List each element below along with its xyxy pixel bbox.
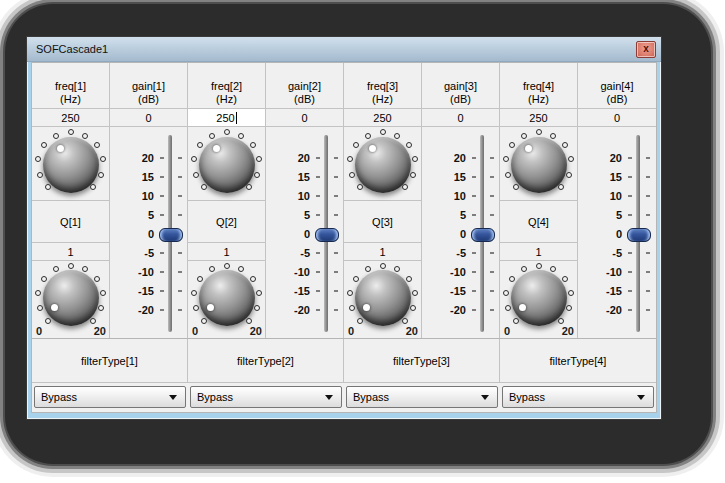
tick-dash <box>628 214 632 216</box>
gain-tick-label: -20 <box>428 304 466 316</box>
filter-type-label-cell: filterType[1] <box>32 339 188 383</box>
tick-dash <box>490 195 494 197</box>
tick-dash <box>334 157 338 159</box>
gain-tick-label: 15 <box>116 171 154 183</box>
gain-tick-row: -5 <box>266 247 344 259</box>
q-value-field[interactable]: 1 <box>32 243 109 261</box>
gain-value-field[interactable]: 0 <box>110 109 187 127</box>
filter-type-dropdown[interactable]: Bypass <box>190 386 342 408</box>
freq-knob[interactable] <box>504 130 574 200</box>
filter-type-dropdown[interactable]: Bypass <box>502 386 654 408</box>
gain-slider-cell: 20151050-5-10-15-20 <box>110 127 187 338</box>
freq-value-field[interactable]: 250 <box>344 109 421 127</box>
knob-tick-mark <box>37 305 43 311</box>
knob-tick-mark <box>505 305 511 311</box>
gain-slider-thumb[interactable] <box>627 228 651 242</box>
q-label-cell: Q[4] <box>500 201 577 243</box>
gain-tick-label: 5 <box>428 209 466 221</box>
knob-tick-mark <box>100 290 106 296</box>
dropdown-slot: Bypass <box>188 383 344 412</box>
knob-tick-mark <box>365 133 371 139</box>
q-label-cell: Q[3] <box>344 201 421 243</box>
knob-tick-mark <box>357 184 363 190</box>
q-knob[interactable] <box>504 263 574 333</box>
tick-dash <box>316 176 320 178</box>
knob-tick-mark <box>412 156 418 162</box>
gain-tick-label: -15 <box>584 285 622 297</box>
gain-tick-label: 15 <box>584 171 622 183</box>
freq-value-field[interactable]: 250 <box>188 109 265 127</box>
q-label: Q[3] <box>372 216 393 228</box>
tick-dash <box>334 214 338 216</box>
gain-header-unit: (dB) <box>294 93 315 106</box>
q-knob[interactable] <box>192 263 262 333</box>
tick-dash <box>316 252 320 254</box>
gain-tick-label: 20 <box>272 152 310 164</box>
gain-tick-row: -15 <box>266 285 344 297</box>
knob-tick-mark <box>380 129 386 135</box>
knob-tick-mark <box>45 318 51 324</box>
q-knob[interactable] <box>348 263 418 333</box>
knob-tick-mark <box>503 290 509 296</box>
tick-dash <box>160 290 164 292</box>
chevron-down-icon <box>169 395 177 400</box>
gain-tick-label: 0 <box>116 228 154 240</box>
freq-column-3: freq[3] (Hz) 250 <box>344 63 422 338</box>
knob-tick-mark <box>201 318 207 324</box>
freq-value: 250 <box>373 112 391 124</box>
q-knob[interactable] <box>36 263 106 333</box>
gain-value-field[interactable]: 0 <box>578 109 656 127</box>
gain-value-field[interactable]: 0 <box>422 109 499 127</box>
q-range-min: 0 <box>348 325 354 337</box>
tick-dash <box>646 176 650 178</box>
freq-knob[interactable] <box>348 130 418 200</box>
q-range-max: 20 <box>562 325 574 337</box>
tick-dash <box>490 214 494 216</box>
chevron-down-icon <box>481 395 489 400</box>
tick-dash <box>334 309 338 311</box>
filter-type-value: Bypass <box>35 391 169 403</box>
freq-value-field[interactable]: 250 <box>500 109 577 127</box>
freq-knob[interactable] <box>192 130 262 200</box>
knob-tick-mark <box>509 276 515 282</box>
q-value-field[interactable]: 1 <box>344 243 421 261</box>
freq-header-label: freq[3] <box>367 80 398 93</box>
tick-dash <box>472 176 476 178</box>
q-value-field[interactable]: 1 <box>500 243 577 261</box>
knob-tick-mark <box>68 129 74 135</box>
knob-tick-mark <box>406 142 412 148</box>
knob-tick-mark <box>90 318 96 324</box>
knob-tick-mark <box>191 156 197 162</box>
knob-tick-mark <box>246 184 252 190</box>
freq-knob[interactable] <box>36 130 106 200</box>
knob-tick-mark <box>238 133 244 139</box>
filter-type-dropdown[interactable]: Bypass <box>346 386 498 408</box>
gain-tick-label: 15 <box>428 171 466 183</box>
gain-tick-label: -10 <box>116 266 154 278</box>
gain-slider-thumb[interactable] <box>315 228 339 242</box>
freq-value-field[interactable]: 250 <box>32 109 109 127</box>
knob-tick-mark <box>406 276 412 282</box>
gain-tick-label: 20 <box>584 152 622 164</box>
tick-dash <box>316 157 320 159</box>
close-icon[interactable]: x <box>636 41 656 58</box>
gain-tick-row: 20 <box>110 152 188 164</box>
gain-tick-row: 20 <box>266 152 344 164</box>
knob-tick-mark <box>402 184 408 190</box>
knob-tick-mark <box>250 276 256 282</box>
chevron-down-icon <box>637 395 645 400</box>
q-value: 1 <box>67 246 73 258</box>
gain-header-cell: gain[2] (dB) <box>266 63 343 109</box>
knob-tick-mark <box>53 133 59 139</box>
gain-slider-thumb[interactable] <box>159 228 183 242</box>
gain-tick-label: -10 <box>428 266 466 278</box>
gain-header-label: gain[2] <box>288 80 321 93</box>
gain-tick-row: -15 <box>422 285 500 297</box>
knob-tick-mark <box>41 142 47 148</box>
q-value-field[interactable]: 1 <box>188 243 265 261</box>
gain-value-field[interactable]: 0 <box>266 109 343 127</box>
gain-slider-thumb[interactable] <box>471 228 495 242</box>
filter-type-dropdown[interactable]: Bypass <box>34 386 186 408</box>
knob-tick-mark <box>568 290 574 296</box>
gain-value: 0 <box>614 112 620 124</box>
